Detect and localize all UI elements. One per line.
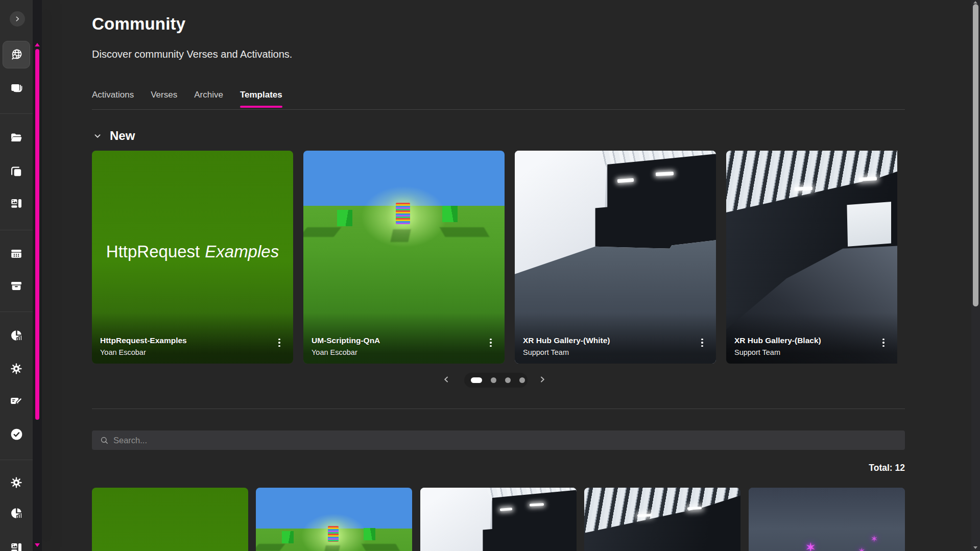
sidebar-divider: [0, 113, 33, 114]
page-dot-2[interactable]: [491, 377, 496, 383]
card-author: Support Team: [734, 348, 780, 356]
kebab-menu-icon[interactable]: [696, 335, 709, 350]
sidebar-item-media[interactable]: [5, 192, 28, 214]
template-carousel: HttpRequestExamples HttpRequest-Examples…: [92, 151, 905, 364]
window-scrollbar-thumb[interactable]: [973, 4, 978, 306]
page-subtitle: Discover community Verses and Activation…: [92, 49, 292, 60]
page-title: Community: [92, 14, 185, 34]
sidebar-item-settings[interactable]: [5, 357, 28, 380]
pie-analytics-icon: [10, 507, 23, 520]
card-edit-icon: [10, 394, 23, 408]
tab-activations[interactable]: Activations: [92, 90, 134, 108]
media-gallery-icon: [10, 541, 23, 551]
archive-box-icon: [10, 279, 23, 293]
card-art-green-title: [92, 488, 248, 551]
gear-icon: [10, 476, 23, 489]
palm-tree-icon: ✶: [871, 535, 878, 543]
sidebar-divider: [0, 230, 33, 230]
sidebar-item-files[interactable]: [5, 127, 28, 149]
kebab-menu-icon[interactable]: [877, 335, 890, 350]
sidebar: [0, 0, 33, 551]
sidebar-item-collections[interactable]: [5, 77, 28, 99]
card-title: HttpRequest-Examples: [100, 336, 187, 345]
sidebar-item-analytics-2[interactable]: [5, 502, 28, 524]
copy-icon: [10, 165, 23, 178]
grid-card-4[interactable]: [584, 488, 740, 551]
chevron-left-icon: [440, 373, 452, 386]
main-content: Community Discover community Verses and …: [92, 0, 905, 551]
check-circle-icon: [10, 427, 23, 441]
card-art-gallery-black: [584, 488, 740, 551]
card-art-vaporwave: ✶ ✶ ✶ ✶ ✶: [749, 488, 905, 551]
card-author: Yoan Escobar: [100, 348, 146, 356]
palm-tree-icon: ✶: [858, 547, 865, 551]
sidebar-item-archive[interactable]: [5, 275, 28, 297]
template-card-xr-hub-gallery-black[interactable]: XR Hub Gallery-(Black) Support Team: [726, 151, 897, 364]
search-input[interactable]: [113, 430, 471, 450]
folder-open-icon: [10, 131, 23, 145]
card-title: UM-Scripting-QnA: [312, 336, 380, 345]
chevron-right-icon: [536, 373, 548, 386]
chevron-down-icon[interactable]: [92, 130, 103, 141]
card-author: Support Team: [523, 348, 569, 356]
sidebar-scrollbar-thumb[interactable]: [35, 49, 39, 420]
page-dot-1[interactable]: [471, 377, 482, 383]
scroll-down-arrow-icon[interactable]: [35, 543, 40, 547]
carousel-pagination: [464, 373, 528, 388]
card-author: Yoan Escobar: [312, 348, 357, 356]
grid-card-1[interactable]: [92, 488, 248, 551]
tab-bar: Activations Verses Archive Templates: [92, 90, 282, 108]
tab-bar-divider: [92, 109, 905, 110]
palm-tree-icon: ✶: [805, 541, 816, 551]
window-scrollbar: [971, 0, 980, 551]
sidebar-toggle-button[interactable]: [10, 11, 25, 27]
sidebar-divider: [0, 312, 33, 312]
kebab-menu-icon[interactable]: [484, 335, 497, 350]
sidebar-item-analytics[interactable]: [5, 324, 28, 347]
sidebar-item-duplicate[interactable]: [5, 160, 28, 183]
tab-verses[interactable]: Verses: [151, 90, 177, 108]
page-dot-3[interactable]: [505, 377, 511, 383]
search-icon: [100, 436, 109, 445]
section-title: New: [110, 129, 135, 143]
grid-card-5[interactable]: ✶ ✶ ✶ ✶ ✶: [749, 488, 905, 551]
grid-card-3[interactable]: [420, 488, 577, 551]
section-header-new: New: [92, 129, 135, 143]
sidebar-divider: [0, 460, 33, 460]
carousel-prev-button[interactable]: [440, 373, 452, 386]
sidebar-item-compose[interactable]: [5, 390, 28, 412]
page-dot-4[interactable]: [519, 377, 525, 383]
tab-templates[interactable]: Templates: [240, 90, 282, 108]
template-card-httprequest-examples[interactable]: HttpRequestExamples HttpRequest-Examples…: [92, 151, 293, 364]
sidebar-item-media-2[interactable]: [5, 536, 28, 551]
sidebar-scrollbar: [33, 0, 42, 551]
card-art-gallery-white: [420, 488, 577, 551]
search-bar: [92, 430, 905, 450]
pie-analytics-icon: [10, 329, 23, 342]
section-divider: [92, 409, 905, 409]
gear-icon: [10, 362, 23, 375]
grid-card-2[interactable]: [256, 488, 412, 551]
sidebar-item-events[interactable]: [5, 243, 28, 265]
scroll-down-arrow-icon[interactable]: [973, 546, 977, 549]
template-card-xr-hub-gallery-white[interactable]: XR Hub Gallery-(White) Support Team: [515, 151, 716, 364]
card-art-caption: HttpRequestExamples: [92, 242, 293, 261]
kebab-menu-icon[interactable]: [273, 335, 286, 350]
globe-search-icon: [10, 48, 23, 62]
total-count-label: Total: 12: [92, 463, 905, 473]
sidebar-item-settings-2[interactable]: [5, 471, 28, 494]
chevron-right-icon: [12, 14, 22, 24]
media-gallery-icon: [10, 197, 23, 210]
scroll-up-arrow-icon[interactable]: [35, 43, 40, 46]
calendar-grid-icon: [10, 247, 23, 260]
card-art-green-field: [256, 488, 412, 551]
tab-archive[interactable]: Archive: [194, 90, 223, 108]
card-title: XR Hub Gallery-(Black): [734, 336, 821, 345]
card-title: XR Hub Gallery-(White): [523, 336, 610, 345]
template-card-um-scripting-qna[interactable]: UM-Scripting-QnA Yoan Escobar: [303, 151, 505, 364]
layers-icon: [10, 81, 23, 94]
carousel-next-button[interactable]: [536, 373, 548, 386]
sidebar-item-approvals[interactable]: [5, 423, 28, 445]
scroll-up-arrow-icon[interactable]: [973, 1, 977, 4]
sidebar-item-community[interactable]: [3, 41, 30, 68]
